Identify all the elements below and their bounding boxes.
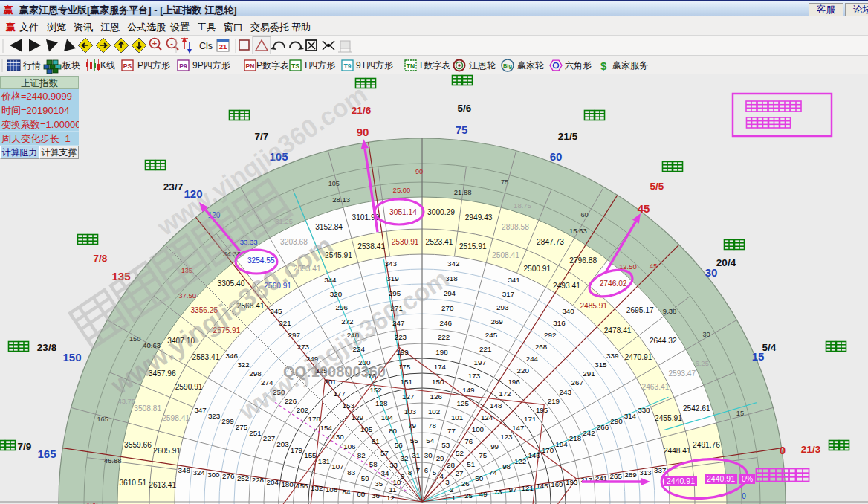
- svg-text:Cls: Cls: [199, 41, 213, 51]
- svg-text:292: 292: [544, 331, 556, 339]
- svg-text:323: 323: [208, 412, 221, 420]
- svg-text:242: 242: [583, 429, 595, 437]
- svg-text:2470.91: 2470.91: [625, 353, 652, 361]
- svg-text:290: 290: [610, 417, 623, 425]
- svg-text:36: 36: [372, 491, 380, 500]
- svg-text:2898.58: 2898.58: [502, 223, 529, 231]
- svg-text:60: 60: [550, 150, 563, 163]
- svg-text:20/4: 20/4: [716, 257, 736, 268]
- svg-text:PS: PS: [123, 62, 132, 70]
- svg-text:77: 77: [447, 427, 456, 435]
- svg-text:195: 195: [536, 406, 548, 414]
- svg-text:276: 276: [222, 472, 235, 480]
- svg-text:2455.91: 2455.91: [655, 414, 682, 422]
- svg-text:266: 266: [597, 423, 609, 431]
- svg-text:2463.41: 2463.41: [641, 383, 669, 391]
- svg-text:15.63: 15.63: [569, 227, 587, 235]
- svg-text:12: 12: [386, 494, 395, 502]
- svg-text:2500.91: 2500.91: [523, 265, 551, 273]
- svg-text:174: 174: [434, 363, 447, 371]
- svg-text:2485.91: 2485.91: [580, 302, 607, 310]
- svg-text:273: 273: [297, 343, 310, 351]
- svg-text:170: 170: [542, 446, 554, 454]
- svg-text:3610.51: 3610.51: [119, 479, 146, 487]
- svg-text:217: 217: [580, 476, 592, 484]
- svg-text:45: 45: [650, 262, 657, 270]
- svg-text:197: 197: [474, 358, 486, 366]
- svg-text:50: 50: [475, 474, 483, 482]
- svg-text:196: 196: [508, 378, 520, 386]
- svg-text:2530.91: 2530.91: [392, 238, 419, 246]
- svg-text:296: 296: [336, 303, 349, 311]
- svg-text:2796.88: 2796.88: [569, 256, 597, 265]
- svg-text:32: 32: [400, 454, 408, 462]
- svg-text:60: 60: [357, 490, 365, 498]
- svg-text:31: 31: [412, 451, 420, 459]
- svg-text:146: 146: [528, 451, 540, 459]
- svg-text:126: 126: [430, 392, 443, 401]
- svg-text:150: 150: [62, 351, 81, 364]
- svg-text:2583.41: 2583.41: [192, 353, 220, 361]
- svg-text:75: 75: [501, 178, 508, 186]
- svg-text:246: 246: [440, 319, 453, 327]
- svg-text:46.88: 46.88: [104, 456, 122, 465]
- svg-text:300: 300: [207, 471, 220, 479]
- svg-text:153: 153: [343, 401, 355, 410]
- svg-text:130: 130: [331, 433, 344, 441]
- svg-text:270: 270: [441, 304, 454, 312]
- svg-text:7/8: 7/8: [94, 253, 108, 264]
- svg-text:49: 49: [479, 490, 488, 498]
- svg-text:154: 154: [320, 424, 333, 432]
- svg-text:QQ:100800360: QQ:100800360: [283, 364, 386, 380]
- svg-text:2523.41: 2523.41: [425, 238, 453, 246]
- svg-text:5/4: 5/4: [762, 342, 777, 353]
- svg-text:221: 221: [479, 345, 491, 353]
- svg-text:101: 101: [451, 413, 463, 421]
- svg-text:297: 297: [288, 331, 300, 339]
- svg-text:90: 90: [415, 168, 423, 175]
- svg-text:108: 108: [326, 485, 338, 494]
- svg-text:2590.91: 2590.91: [175, 383, 203, 391]
- svg-text:315: 315: [595, 361, 607, 369]
- svg-text:1: 1: [452, 494, 456, 502]
- svg-text:293: 293: [496, 303, 509, 311]
- svg-text:322: 322: [237, 361, 249, 369]
- svg-text:3051.14: 3051.14: [389, 208, 417, 216]
- svg-text:2515.91: 2515.91: [459, 242, 487, 251]
- svg-text:152: 152: [369, 386, 381, 394]
- svg-text:53: 53: [441, 441, 450, 449]
- svg-text:35: 35: [375, 479, 383, 488]
- svg-text:289: 289: [624, 471, 636, 479]
- svg-text:T9: T9: [344, 62, 352, 70]
- svg-text:314: 314: [624, 412, 637, 420]
- svg-text:129: 129: [352, 413, 363, 421]
- svg-text:125: 125: [457, 399, 470, 407]
- svg-text:194: 194: [555, 440, 568, 448]
- svg-text:57: 57: [380, 449, 389, 457]
- svg-text:178: 178: [308, 415, 321, 423]
- svg-text:54: 54: [426, 436, 434, 445]
- svg-text:147: 147: [512, 424, 524, 432]
- svg-text:76: 76: [464, 437, 473, 445]
- svg-text:179: 179: [291, 446, 302, 454]
- svg-text:2605.91: 2605.91: [153, 447, 181, 455]
- svg-text:2644.32: 2644.32: [650, 337, 677, 345]
- svg-text:324: 324: [192, 468, 205, 476]
- svg-text:169: 169: [551, 480, 563, 488]
- svg-text:45: 45: [638, 202, 650, 215]
- svg-text:5: 5: [433, 468, 437, 476]
- svg-text:251: 251: [249, 429, 261, 437]
- svg-text:267: 267: [571, 378, 583, 387]
- svg-text:52: 52: [456, 449, 464, 457]
- svg-text:56: 56: [395, 441, 403, 449]
- svg-text:59: 59: [361, 474, 369, 482]
- svg-text:0: 0: [780, 444, 786, 456]
- svg-text:75: 75: [456, 123, 468, 136]
- svg-text:28.13: 28.13: [332, 196, 350, 204]
- svg-text:2508.41: 2508.41: [492, 251, 519, 259]
- svg-text:343: 343: [385, 259, 398, 268]
- svg-text:223: 223: [395, 333, 407, 341]
- svg-text:220: 220: [517, 366, 530, 375]
- svg-text:2478.41: 2478.41: [604, 326, 632, 335]
- svg-text:2847.73: 2847.73: [537, 238, 564, 246]
